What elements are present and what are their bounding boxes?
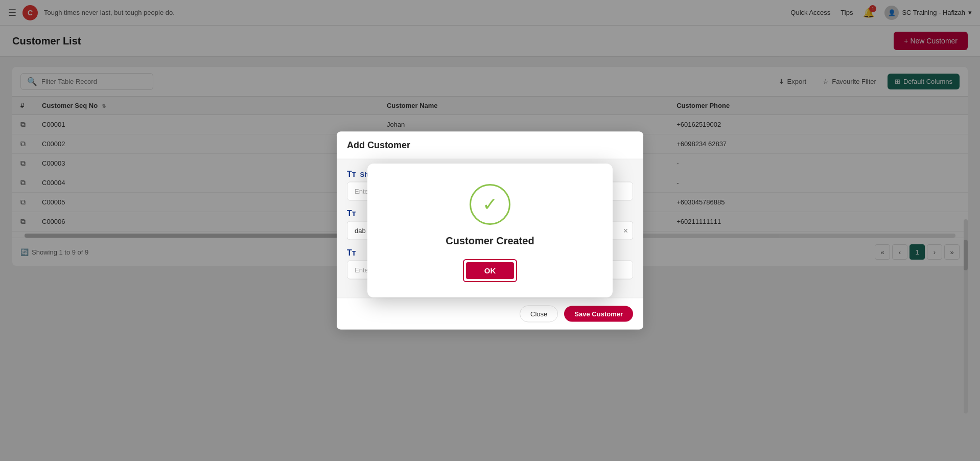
text-field-icon: Tт	[347, 170, 356, 179]
modal-footer: Close Save Customer	[337, 298, 643, 330]
ok-btn-wrapper: OK	[463, 259, 518, 282]
success-title: Customer Created	[446, 235, 534, 247]
modal-title: Add Customer	[347, 140, 410, 150]
success-dialog: ✓ Customer Created OK	[367, 164, 613, 297]
success-icon: ✓	[470, 184, 510, 225]
clear-icon[interactable]: ×	[623, 226, 628, 235]
check-icon: ✓	[482, 194, 498, 215]
text-field-icon2: Tт	[347, 209, 356, 218]
modal-header: Add Customer	[337, 132, 643, 159]
text-field-icon3: Tт	[347, 248, 356, 258]
save-customer-button[interactable]: Save Customer	[564, 306, 633, 322]
close-button[interactable]: Close	[520, 306, 558, 322]
ok-button[interactable]: OK	[466, 262, 515, 279]
